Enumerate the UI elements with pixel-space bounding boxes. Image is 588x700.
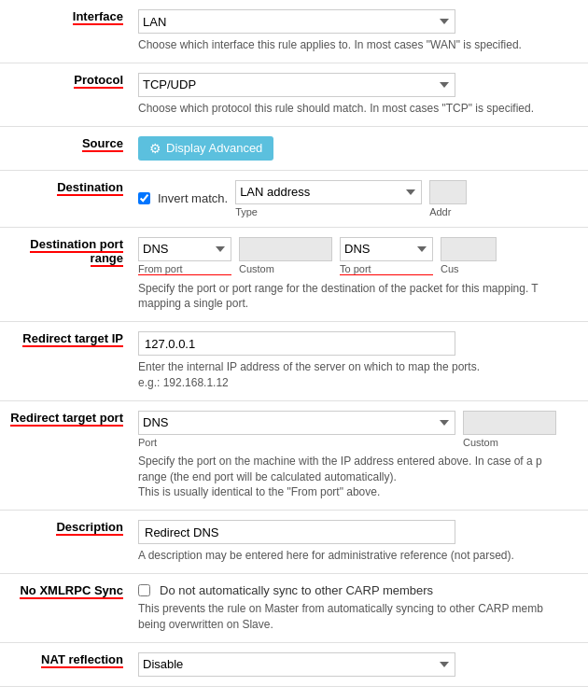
no-xmlrpc-label: No XMLRPC Sync — [0, 573, 131, 642]
invert-match-group: Invert match. — [138, 191, 228, 205]
redirect-ip-input[interactable] — [138, 331, 455, 356]
description-label: Description — [0, 511, 131, 574]
redirect-port-label: Redirect target port — [0, 400, 131, 510]
redirect-custom-input[interactable] — [463, 411, 556, 435]
from-port-label: From port — [138, 263, 231, 275]
display-advanced-button[interactable]: ⚙ Display Advanced — [138, 136, 273, 161]
destination-row: Invert match. LAN address Type Addr — [138, 180, 581, 217]
redirect-custom-group: Custom — [463, 411, 556, 448]
redirect-port-help: Specify the port on the machine with the… — [138, 454, 581, 500]
no-xmlrpc-cell: Do not automatically sync to other CARP … — [131, 573, 588, 642]
destination-addr-input[interactable] — [429, 180, 467, 204]
protocol-label: Protocol — [0, 63, 131, 126]
to-custom-group: Cus — [441, 237, 497, 274]
no-xmlrpc-checkbox[interactable] — [138, 584, 150, 596]
gear-icon: ⚙ — [149, 141, 161, 156]
port-row: DNS From port Custom DNS To port Cus — [138, 237, 581, 275]
redirect-port-group: DNS Port — [138, 411, 455, 448]
interface-label: Interface — [0, 0, 131, 63]
no-xmlrpc-help: This prevents the rule on Master from au… — [138, 601, 581, 633]
redirect-ip-help: Enter the internal IP address of the ser… — [138, 359, 581, 391]
no-xmlrpc-checkbox-label: Do not automatically sync to other CARP … — [160, 583, 433, 597]
from-custom-input[interactable] — [239, 237, 332, 261]
from-port-group: DNS From port — [138, 237, 231, 275]
destination-label: Destination — [0, 170, 131, 227]
destination-type-select[interactable]: LAN address — [235, 180, 422, 204]
to-port-select[interactable]: DNS — [340, 237, 433, 261]
destination-port-help: Specify the port or port range for the d… — [138, 281, 581, 313]
nat-reflection-cell: Disable — [131, 642, 588, 686]
description-input[interactable] — [138, 520, 455, 544]
invert-match-label: Invert match. — [158, 191, 228, 205]
protocol-help: Choose which protocol this rule should m… — [138, 101, 581, 117]
redirect-port-select[interactable]: DNS — [138, 411, 455, 435]
destination-port-cell: DNS From port Custom DNS To port Cus — [131, 227, 588, 322]
interface-cell: LAN Choose which interface this rule app… — [131, 0, 588, 63]
custom-label-1: Custom — [239, 263, 332, 274]
custom-label-2: Cus — [441, 263, 497, 274]
protocol-cell: TCP/UDP Choose which protocol this rule … — [131, 63, 588, 126]
interface-help: Choose which interface this rule applies… — [138, 37, 581, 53]
redirect-port-cell: DNS Port Custom Specify the port on the … — [131, 400, 588, 510]
redirect-port-row: DNS Port Custom — [138, 411, 581, 448]
addr-label: Addr — [429, 206, 467, 217]
to-custom-input[interactable] — [441, 237, 497, 261]
redirect-ip-cell: document.querySelector('[data-name="redi… — [131, 322, 588, 401]
protocol-select[interactable]: TCP/UDP — [138, 73, 455, 97]
destination-cell: Invert match. LAN address Type Addr — [131, 170, 588, 227]
source-label: Source — [0, 126, 131, 170]
nat-reflection-select[interactable]: Disable — [138, 652, 455, 677]
description-help: A description may be entered here for ad… — [138, 548, 581, 564]
redirect-ip-label: Redirect target IP — [0, 322, 131, 401]
redirect-port-label-sub: Port — [138, 437, 455, 448]
redirect-custom-label: Custom — [463, 437, 556, 448]
destination-port-label: Destination port range — [0, 227, 131, 322]
to-port-group: DNS To port — [340, 237, 433, 275]
description-cell: document.querySelector('[data-name="desc… — [131, 511, 588, 574]
to-port-label: To port — [340, 263, 433, 275]
interface-select[interactable]: LAN — [138, 9, 455, 34]
destination-addr-group: Addr — [429, 180, 467, 217]
from-custom-group: Custom — [239, 237, 332, 274]
invert-match-checkbox[interactable] — [138, 192, 150, 204]
no-xmlrpc-row: Do not automatically sync to other CARP … — [138, 583, 581, 597]
type-label: Type — [235, 206, 422, 217]
from-port-select[interactable]: DNS — [138, 237, 231, 261]
source-cell: ⚙ Display Advanced — [131, 126, 588, 170]
destination-type-group: LAN address Type — [235, 180, 422, 217]
nat-reflection-label: NAT reflection — [0, 642, 131, 686]
